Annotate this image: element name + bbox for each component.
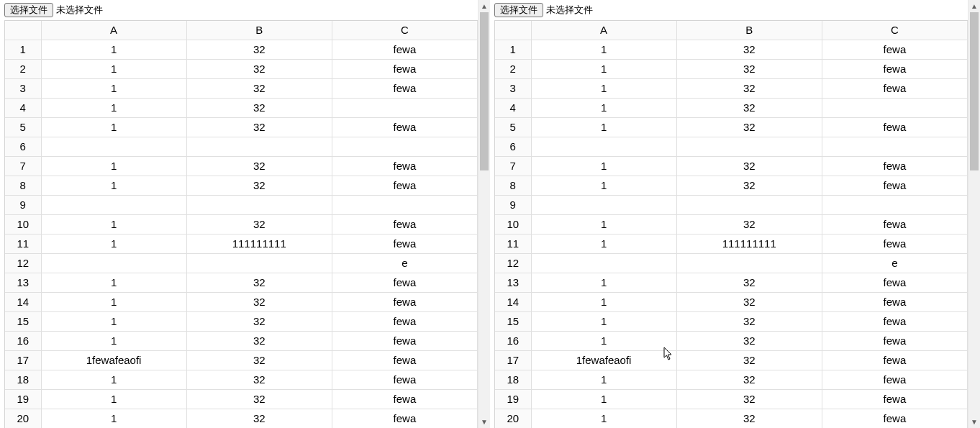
cell[interactable]: 1 — [531, 409, 676, 429]
row-header[interactable]: 16 — [5, 332, 41, 351]
row-header[interactable]: 10 — [5, 215, 41, 235]
cell[interactable]: 1 — [41, 215, 186, 235]
cell[interactable]: 1 — [531, 118, 676, 137]
cell[interactable]: 1 — [41, 40, 186, 60]
cell[interactable]: 1 — [41, 60, 186, 79]
cell[interactable]: 32 — [186, 79, 332, 99]
cell[interactable]: 32 — [186, 293, 332, 312]
row-header[interactable]: 8 — [5, 176, 41, 196]
cell[interactable]: 1 — [531, 293, 676, 312]
cell[interactable]: 32 — [676, 99, 822, 118]
cell[interactable]: fewa — [332, 215, 477, 235]
cell[interactable]: fewa — [332, 273, 477, 293]
cell[interactable]: 32 — [186, 60, 332, 79]
scroll-up-arrow-icon[interactable]: ▲ — [478, 0, 490, 12]
cell[interactable]: fewa — [332, 351, 477, 370]
scroll-thumb[interactable] — [480, 12, 489, 170]
cell[interactable] — [822, 196, 967, 215]
scroll-thumb[interactable] — [970, 12, 979, 170]
row-header[interactable]: 3 — [5, 79, 41, 99]
cell[interactable]: 1fewafeaofi — [41, 351, 186, 370]
row-header[interactable]: 2 — [495, 60, 531, 79]
row-header[interactable]: 11 — [5, 235, 41, 254]
cell[interactable]: 32 — [186, 215, 332, 235]
cell[interactable]: fewa — [332, 60, 477, 79]
row-header[interactable]: 11 — [495, 235, 531, 254]
cell[interactable]: 1 — [41, 293, 186, 312]
cell[interactable]: 1 — [41, 332, 186, 351]
row-header[interactable]: 12 — [495, 254, 531, 273]
cell[interactable]: 1 — [531, 157, 676, 176]
cell[interactable]: fewa — [822, 370, 967, 390]
cell[interactable] — [676, 254, 822, 273]
row-header[interactable]: 16 — [495, 332, 531, 351]
cell[interactable]: fewa — [332, 390, 477, 409]
row-header[interactable]: 7 — [5, 157, 41, 176]
cell[interactable]: 111111111 — [676, 235, 822, 254]
cell[interactable]: 32 — [676, 79, 822, 99]
cell[interactable]: 1 — [531, 370, 676, 390]
cell[interactable]: 32 — [676, 370, 822, 390]
cell[interactable]: 32 — [186, 370, 332, 390]
cell[interactable]: 1 — [531, 79, 676, 99]
cell[interactable]: 1 — [531, 176, 676, 196]
cell[interactable]: 1 — [41, 157, 186, 176]
cell[interactable]: 1 — [531, 215, 676, 235]
cell[interactable] — [822, 99, 967, 118]
cell[interactable]: 1 — [531, 235, 676, 254]
cell[interactable]: 1 — [41, 235, 186, 254]
choose-file-button[interactable]: 选择文件 — [494, 3, 543, 17]
cell[interactable] — [41, 196, 186, 215]
cell[interactable]: 32 — [186, 157, 332, 176]
cell[interactable]: 1 — [41, 99, 186, 118]
cell[interactable]: fewa — [332, 312, 477, 332]
cell[interactable]: fewa — [332, 79, 477, 99]
row-header[interactable]: 10 — [495, 215, 531, 235]
spreadsheet-grid[interactable]: A B C 1132fewa2132fewa3132fewa41325132fe… — [4, 20, 478, 428]
row-header[interactable]: 19 — [495, 390, 531, 409]
cell[interactable]: 1 — [41, 390, 186, 409]
row-header[interactable]: 13 — [495, 273, 531, 293]
cell[interactable]: 1 — [531, 60, 676, 79]
cell[interactable]: 32 — [676, 390, 822, 409]
cell[interactable]: 32 — [676, 157, 822, 176]
cell[interactable]: fewa — [822, 118, 967, 137]
cell[interactable]: 32 — [676, 351, 822, 370]
cell[interactable]: fewa — [332, 235, 477, 254]
cell[interactable]: fewa — [332, 176, 477, 196]
cell[interactable]: fewa — [822, 79, 967, 99]
cell[interactable] — [41, 137, 186, 157]
cell[interactable]: fewa — [822, 235, 967, 254]
cell[interactable]: 32 — [186, 390, 332, 409]
cell[interactable]: fewa — [822, 351, 967, 370]
cell[interactable]: 32 — [676, 332, 822, 351]
row-header[interactable]: 18 — [5, 370, 41, 390]
row-header[interactable]: 14 — [5, 293, 41, 312]
col-header[interactable]: A — [531, 21, 676, 40]
cell[interactable]: 32 — [676, 176, 822, 196]
cell[interactable] — [186, 254, 332, 273]
cell[interactable]: 32 — [676, 40, 822, 60]
row-header[interactable]: 6 — [5, 137, 41, 157]
cell[interactable]: 32 — [186, 351, 332, 370]
row-header[interactable]: 8 — [495, 176, 531, 196]
cell[interactable] — [186, 137, 332, 157]
cell[interactable] — [332, 196, 477, 215]
row-header[interactable]: 17 — [5, 351, 41, 370]
row-header[interactable]: 15 — [495, 312, 531, 332]
cell[interactable]: 32 — [676, 312, 822, 332]
cell[interactable]: fewa — [332, 332, 477, 351]
cell[interactable]: 32 — [186, 99, 332, 118]
cell[interactable]: fewa — [332, 409, 477, 429]
row-header[interactable]: 14 — [495, 293, 531, 312]
cell[interactable]: fewa — [332, 157, 477, 176]
cell[interactable]: 1 — [531, 273, 676, 293]
cell[interactable] — [332, 99, 477, 118]
row-header[interactable]: 19 — [5, 390, 41, 409]
choose-file-button[interactable]: 选择文件 — [4, 3, 53, 17]
cell[interactable]: 1 — [41, 409, 186, 429]
row-header[interactable]: 7 — [495, 157, 531, 176]
cell[interactable]: 1 — [41, 79, 186, 99]
scroll-up-arrow-icon[interactable]: ▲ — [968, 0, 980, 12]
cell[interactable]: 32 — [676, 118, 822, 137]
